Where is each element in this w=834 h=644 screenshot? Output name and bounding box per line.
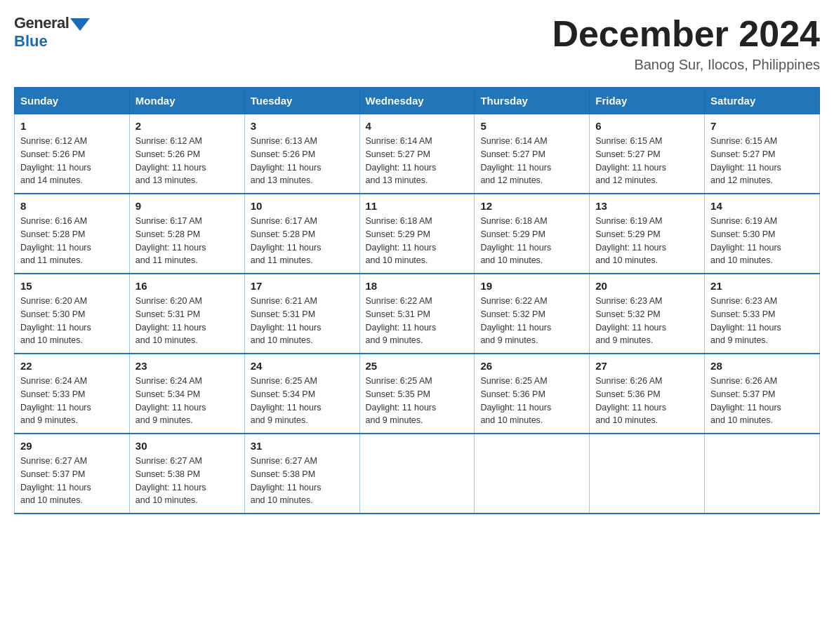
calendar-cell: 20Sunrise: 6:23 AMSunset: 5:32 PMDayligh…	[590, 274, 705, 354]
title-section: December 2024 Banog Sur, Ilocos, Philipp…	[552, 14, 820, 73]
calendar-cell: 29Sunrise: 6:27 AMSunset: 5:37 PMDayligh…	[15, 434, 130, 514]
day-info: Sunrise: 6:20 AMSunset: 5:31 PMDaylight:…	[135, 295, 239, 347]
day-number: 15	[20, 280, 124, 292]
day-number: 28	[710, 360, 814, 372]
day-number: 18	[366, 280, 469, 292]
day-header-saturday: Saturday	[705, 88, 820, 114]
calendar-cell: 22Sunrise: 6:24 AMSunset: 5:33 PMDayligh…	[15, 354, 130, 434]
calendar-cell: 23Sunrise: 6:24 AMSunset: 5:34 PMDayligh…	[129, 354, 244, 434]
day-header-wednesday: Wednesday	[359, 88, 475, 114]
day-headers-row: SundayMondayTuesdayWednesdayThursdayFrid…	[15, 88, 820, 114]
day-number: 8	[20, 200, 124, 212]
day-number: 21	[710, 280, 814, 292]
calendar-cell: 24Sunrise: 6:25 AMSunset: 5:34 PMDayligh…	[244, 354, 359, 434]
day-number: 26	[480, 360, 583, 372]
day-number: 27	[595, 360, 699, 372]
calendar-week-2: 8Sunrise: 6:16 AMSunset: 5:28 PMDaylight…	[15, 194, 820, 274]
day-info: Sunrise: 6:27 AMSunset: 5:37 PMDaylight:…	[20, 455, 124, 507]
day-info: Sunrise: 6:19 AMSunset: 5:30 PMDaylight:…	[710, 215, 814, 267]
day-number: 20	[595, 280, 699, 292]
logo-general-text: General	[14, 14, 69, 32]
calendar-table: SundayMondayTuesdayWednesdayThursdayFrid…	[14, 87, 820, 514]
day-number: 24	[251, 360, 354, 372]
calendar-cell: 11Sunrise: 6:18 AMSunset: 5:29 PMDayligh…	[359, 194, 475, 274]
calendar-week-4: 22Sunrise: 6:24 AMSunset: 5:33 PMDayligh…	[15, 354, 820, 434]
calendar-cell: 31Sunrise: 6:27 AMSunset: 5:38 PMDayligh…	[244, 434, 359, 514]
calendar-cell	[475, 434, 590, 514]
page-header: General Blue December 2024 Banog Sur, Il…	[14, 14, 820, 73]
calendar-cell: 30Sunrise: 6:27 AMSunset: 5:38 PMDayligh…	[129, 434, 244, 514]
day-number: 4	[366, 120, 469, 132]
calendar-cell: 21Sunrise: 6:23 AMSunset: 5:33 PMDayligh…	[705, 274, 820, 354]
day-info: Sunrise: 6:26 AMSunset: 5:36 PMDaylight:…	[595, 375, 699, 427]
day-header-friday: Friday	[590, 88, 705, 114]
day-info: Sunrise: 6:25 AMSunset: 5:34 PMDaylight:…	[251, 375, 354, 427]
day-number: 11	[366, 200, 469, 212]
day-number: 31	[251, 440, 354, 452]
logo-blue-text: Blue	[14, 32, 48, 51]
calendar-week-1: 1Sunrise: 6:12 AMSunset: 5:26 PMDaylight…	[15, 114, 820, 194]
logo-triangle-icon	[70, 18, 90, 31]
day-info: Sunrise: 6:18 AMSunset: 5:29 PMDaylight:…	[480, 215, 583, 267]
calendar-cell: 3Sunrise: 6:13 AMSunset: 5:26 PMDaylight…	[244, 114, 359, 194]
day-info: Sunrise: 6:19 AMSunset: 5:29 PMDaylight:…	[595, 215, 699, 267]
day-number: 30	[135, 440, 239, 452]
day-info: Sunrise: 6:17 AMSunset: 5:28 PMDaylight:…	[251, 215, 354, 267]
calendar-cell: 26Sunrise: 6:25 AMSunset: 5:36 PMDayligh…	[475, 354, 590, 434]
calendar-cell: 1Sunrise: 6:12 AMSunset: 5:26 PMDaylight…	[15, 114, 130, 194]
day-info: Sunrise: 6:24 AMSunset: 5:33 PMDaylight:…	[20, 375, 124, 427]
day-number: 5	[480, 120, 583, 132]
calendar-cell: 19Sunrise: 6:22 AMSunset: 5:32 PMDayligh…	[475, 274, 590, 354]
calendar-cell: 28Sunrise: 6:26 AMSunset: 5:37 PMDayligh…	[705, 354, 820, 434]
calendar-cell: 6Sunrise: 6:15 AMSunset: 5:27 PMDaylight…	[590, 114, 705, 194]
calendar-cell: 17Sunrise: 6:21 AMSunset: 5:31 PMDayligh…	[244, 274, 359, 354]
day-header-tuesday: Tuesday	[244, 88, 359, 114]
calendar-cell: 16Sunrise: 6:20 AMSunset: 5:31 PMDayligh…	[129, 274, 244, 354]
calendar-cell: 15Sunrise: 6:20 AMSunset: 5:30 PMDayligh…	[15, 274, 130, 354]
day-number: 6	[595, 120, 699, 132]
day-number: 10	[251, 200, 354, 212]
day-info: Sunrise: 6:15 AMSunset: 5:27 PMDaylight:…	[595, 135, 699, 187]
calendar-week-5: 29Sunrise: 6:27 AMSunset: 5:37 PMDayligh…	[15, 434, 820, 514]
day-number: 12	[480, 200, 583, 212]
calendar-cell: 2Sunrise: 6:12 AMSunset: 5:26 PMDaylight…	[129, 114, 244, 194]
day-header-monday: Monday	[129, 88, 244, 114]
day-info: Sunrise: 6:24 AMSunset: 5:34 PMDaylight:…	[135, 375, 239, 427]
day-number: 13	[595, 200, 699, 212]
calendar-cell: 25Sunrise: 6:25 AMSunset: 5:35 PMDayligh…	[359, 354, 475, 434]
day-info: Sunrise: 6:27 AMSunset: 5:38 PMDaylight:…	[135, 455, 239, 507]
calendar-cell: 4Sunrise: 6:14 AMSunset: 5:27 PMDaylight…	[359, 114, 475, 194]
day-number: 1	[20, 120, 124, 132]
calendar-cell: 5Sunrise: 6:14 AMSunset: 5:27 PMDaylight…	[475, 114, 590, 194]
day-info: Sunrise: 6:15 AMSunset: 5:27 PMDaylight:…	[710, 135, 814, 187]
calendar-cell: 7Sunrise: 6:15 AMSunset: 5:27 PMDaylight…	[705, 114, 820, 194]
calendar-week-3: 15Sunrise: 6:20 AMSunset: 5:30 PMDayligh…	[15, 274, 820, 354]
day-number: 17	[251, 280, 354, 292]
day-info: Sunrise: 6:17 AMSunset: 5:28 PMDaylight:…	[135, 215, 239, 267]
day-number: 16	[135, 280, 239, 292]
main-title: December 2024	[552, 14, 820, 54]
day-number: 19	[480, 280, 583, 292]
day-number: 29	[20, 440, 124, 452]
day-info: Sunrise: 6:23 AMSunset: 5:33 PMDaylight:…	[710, 295, 814, 347]
calendar-cell: 18Sunrise: 6:22 AMSunset: 5:31 PMDayligh…	[359, 274, 475, 354]
day-info: Sunrise: 6:25 AMSunset: 5:35 PMDaylight:…	[366, 375, 469, 427]
day-info: Sunrise: 6:27 AMSunset: 5:38 PMDaylight:…	[251, 455, 354, 507]
day-info: Sunrise: 6:21 AMSunset: 5:31 PMDaylight:…	[251, 295, 354, 347]
day-info: Sunrise: 6:26 AMSunset: 5:37 PMDaylight:…	[710, 375, 814, 427]
day-info: Sunrise: 6:12 AMSunset: 5:26 PMDaylight:…	[20, 135, 124, 187]
day-info: Sunrise: 6:22 AMSunset: 5:31 PMDaylight:…	[366, 295, 469, 347]
day-number: 14	[710, 200, 814, 212]
calendar-cell: 9Sunrise: 6:17 AMSunset: 5:28 PMDaylight…	[129, 194, 244, 274]
day-info: Sunrise: 6:18 AMSunset: 5:29 PMDaylight:…	[366, 215, 469, 267]
calendar-cell: 27Sunrise: 6:26 AMSunset: 5:36 PMDayligh…	[590, 354, 705, 434]
calendar-cell: 13Sunrise: 6:19 AMSunset: 5:29 PMDayligh…	[590, 194, 705, 274]
day-number: 3	[251, 120, 354, 132]
day-header-sunday: Sunday	[15, 88, 130, 114]
day-info: Sunrise: 6:25 AMSunset: 5:36 PMDaylight:…	[480, 375, 583, 427]
day-number: 2	[135, 120, 239, 132]
day-number: 25	[366, 360, 469, 372]
logo: General Blue	[14, 14, 90, 51]
day-number: 22	[20, 360, 124, 372]
day-info: Sunrise: 6:12 AMSunset: 5:26 PMDaylight:…	[135, 135, 239, 187]
